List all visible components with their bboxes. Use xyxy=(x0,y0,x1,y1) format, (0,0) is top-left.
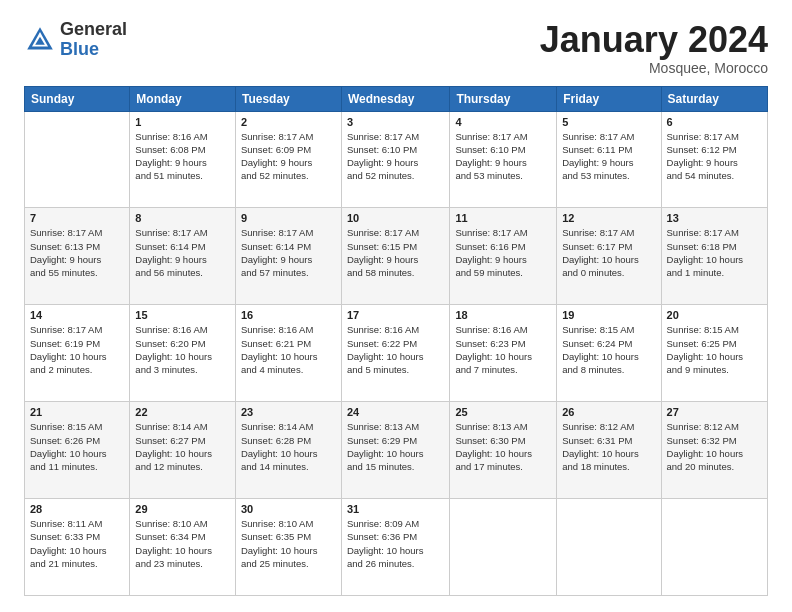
cell-content: Sunrise: 8:17 AMSunset: 6:10 PMDaylight:… xyxy=(455,130,551,183)
calendar-cell: 31Sunrise: 8:09 AMSunset: 6:36 PMDayligh… xyxy=(341,499,449,596)
cell-line: Sunrise: 8:10 AM xyxy=(135,518,207,529)
cell-content: Sunrise: 8:17 AMSunset: 6:12 PMDaylight:… xyxy=(667,130,762,183)
calendar-cell: 21Sunrise: 8:15 AMSunset: 6:26 PMDayligh… xyxy=(25,402,130,499)
cell-line: Sunset: 6:09 PM xyxy=(241,144,311,155)
cell-line: Sunset: 6:36 PM xyxy=(347,531,417,542)
cell-line: Daylight: 10 hours xyxy=(135,545,212,556)
cell-line: Sunrise: 8:16 AM xyxy=(241,324,313,335)
cell-content: Sunrise: 8:14 AMSunset: 6:28 PMDaylight:… xyxy=(241,420,336,473)
cell-line: Sunset: 6:24 PM xyxy=(562,338,632,349)
day-number: 8 xyxy=(135,212,230,224)
cell-line: Sunrise: 8:10 AM xyxy=(241,518,313,529)
day-number: 11 xyxy=(455,212,551,224)
cell-line: Sunrise: 8:16 AM xyxy=(347,324,419,335)
cell-line: Sunset: 6:08 PM xyxy=(135,144,205,155)
cell-line: Sunset: 6:29 PM xyxy=(347,435,417,446)
cell-line: Daylight: 10 hours xyxy=(30,351,107,362)
cell-line: and 53 minutes. xyxy=(455,170,523,181)
cell-line: Daylight: 10 hours xyxy=(455,448,532,459)
cell-line: Sunrise: 8:13 AM xyxy=(455,421,527,432)
cell-line: Daylight: 10 hours xyxy=(347,448,424,459)
day-number: 29 xyxy=(135,503,230,515)
cell-line: Sunrise: 8:12 AM xyxy=(667,421,739,432)
calendar-cell: 18Sunrise: 8:16 AMSunset: 6:23 PMDayligh… xyxy=(450,305,557,402)
cell-line: Daylight: 10 hours xyxy=(562,448,639,459)
calendar-cell: 13Sunrise: 8:17 AMSunset: 6:18 PMDayligh… xyxy=(661,208,767,305)
calendar-cell: 20Sunrise: 8:15 AMSunset: 6:25 PMDayligh… xyxy=(661,305,767,402)
cell-line: Daylight: 10 hours xyxy=(241,351,318,362)
calendar-cell: 29Sunrise: 8:10 AMSunset: 6:34 PMDayligh… xyxy=(130,499,236,596)
cell-content: Sunrise: 8:17 AMSunset: 6:16 PMDaylight:… xyxy=(455,226,551,279)
day-number: 10 xyxy=(347,212,444,224)
cell-line: Daylight: 9 hours xyxy=(455,157,526,168)
day-number: 15 xyxy=(135,309,230,321)
cell-line: Daylight: 10 hours xyxy=(455,351,532,362)
calendar-cell: 4Sunrise: 8:17 AMSunset: 6:10 PMDaylight… xyxy=(450,111,557,208)
cell-content: Sunrise: 8:15 AMSunset: 6:24 PMDaylight:… xyxy=(562,323,655,376)
cell-line: and 56 minutes. xyxy=(135,267,203,278)
cell-line: Sunrise: 8:17 AM xyxy=(241,227,313,238)
cell-line: Daylight: 10 hours xyxy=(667,254,744,265)
cell-line: Daylight: 9 hours xyxy=(30,254,101,265)
cell-line: Daylight: 9 hours xyxy=(241,157,312,168)
cell-line: and 15 minutes. xyxy=(347,461,415,472)
day-number: 1 xyxy=(135,116,230,128)
logo-text: General Blue xyxy=(60,20,127,60)
cell-line: Sunrise: 8:17 AM xyxy=(667,227,739,238)
cell-line: Sunset: 6:21 PM xyxy=(241,338,311,349)
cell-line: Sunrise: 8:17 AM xyxy=(30,227,102,238)
day-number: 12 xyxy=(562,212,655,224)
cell-line: and 54 minutes. xyxy=(667,170,735,181)
cell-line: Daylight: 10 hours xyxy=(135,351,212,362)
cell-line: Daylight: 10 hours xyxy=(562,351,639,362)
calendar-cell: 9Sunrise: 8:17 AMSunset: 6:14 PMDaylight… xyxy=(235,208,341,305)
cell-content: Sunrise: 8:17 AMSunset: 6:10 PMDaylight:… xyxy=(347,130,444,183)
cell-line: and 23 minutes. xyxy=(135,558,203,569)
cell-line: Daylight: 9 hours xyxy=(347,157,418,168)
cell-line: and 58 minutes. xyxy=(347,267,415,278)
cell-line: and 18 minutes. xyxy=(562,461,630,472)
calendar-cell xyxy=(557,499,661,596)
cell-line: Daylight: 9 hours xyxy=(667,157,738,168)
cell-line: Sunset: 6:35 PM xyxy=(241,531,311,542)
day-number: 19 xyxy=(562,309,655,321)
cell-line: and 5 minutes. xyxy=(347,364,409,375)
cell-line: Sunset: 6:31 PM xyxy=(562,435,632,446)
calendar-cell: 10Sunrise: 8:17 AMSunset: 6:15 PMDayligh… xyxy=(341,208,449,305)
cell-content: Sunrise: 8:14 AMSunset: 6:27 PMDaylight:… xyxy=(135,420,230,473)
day-number: 22 xyxy=(135,406,230,418)
cell-content: Sunrise: 8:12 AMSunset: 6:32 PMDaylight:… xyxy=(667,420,762,473)
cell-line: Sunset: 6:16 PM xyxy=(455,241,525,252)
cell-line: Sunset: 6:13 PM xyxy=(30,241,100,252)
week-row-1: 1Sunrise: 8:16 AMSunset: 6:08 PMDaylight… xyxy=(25,111,768,208)
day-number: 17 xyxy=(347,309,444,321)
cell-line: Sunrise: 8:17 AM xyxy=(562,227,634,238)
cell-line: and 26 minutes. xyxy=(347,558,415,569)
cell-content: Sunrise: 8:17 AMSunset: 6:17 PMDaylight:… xyxy=(562,226,655,279)
week-row-3: 14Sunrise: 8:17 AMSunset: 6:19 PMDayligh… xyxy=(25,305,768,402)
day-header-saturday: Saturday xyxy=(661,86,767,111)
cell-line: and 8 minutes. xyxy=(562,364,624,375)
cell-line: Sunrise: 8:16 AM xyxy=(135,131,207,142)
calendar-cell xyxy=(661,499,767,596)
cell-line: Sunset: 6:18 PM xyxy=(667,241,737,252)
header: General Blue January 2024 Mosquee, Moroc… xyxy=(24,20,768,76)
calendar-cell: 3Sunrise: 8:17 AMSunset: 6:10 PMDaylight… xyxy=(341,111,449,208)
calendar-cell: 6Sunrise: 8:17 AMSunset: 6:12 PMDaylight… xyxy=(661,111,767,208)
cell-content: Sunrise: 8:10 AMSunset: 6:34 PMDaylight:… xyxy=(135,517,230,570)
cell-line: Daylight: 9 hours xyxy=(135,157,206,168)
calendar-cell: 19Sunrise: 8:15 AMSunset: 6:24 PMDayligh… xyxy=(557,305,661,402)
day-header-wednesday: Wednesday xyxy=(341,86,449,111)
cell-line: Sunrise: 8:16 AM xyxy=(135,324,207,335)
cell-line: Sunset: 6:32 PM xyxy=(667,435,737,446)
cell-line: Sunset: 6:20 PM xyxy=(135,338,205,349)
cell-line: Sunrise: 8:17 AM xyxy=(562,131,634,142)
logo-general: General xyxy=(60,20,127,40)
cell-line: Sunset: 6:30 PM xyxy=(455,435,525,446)
cell-line: Sunrise: 8:17 AM xyxy=(30,324,102,335)
days-header-row: SundayMondayTuesdayWednesdayThursdayFrid… xyxy=(25,86,768,111)
cell-line: Daylight: 9 hours xyxy=(455,254,526,265)
calendar-cell: 26Sunrise: 8:12 AMSunset: 6:31 PMDayligh… xyxy=(557,402,661,499)
cell-line: and 52 minutes. xyxy=(241,170,309,181)
week-row-2: 7Sunrise: 8:17 AMSunset: 6:13 PMDaylight… xyxy=(25,208,768,305)
